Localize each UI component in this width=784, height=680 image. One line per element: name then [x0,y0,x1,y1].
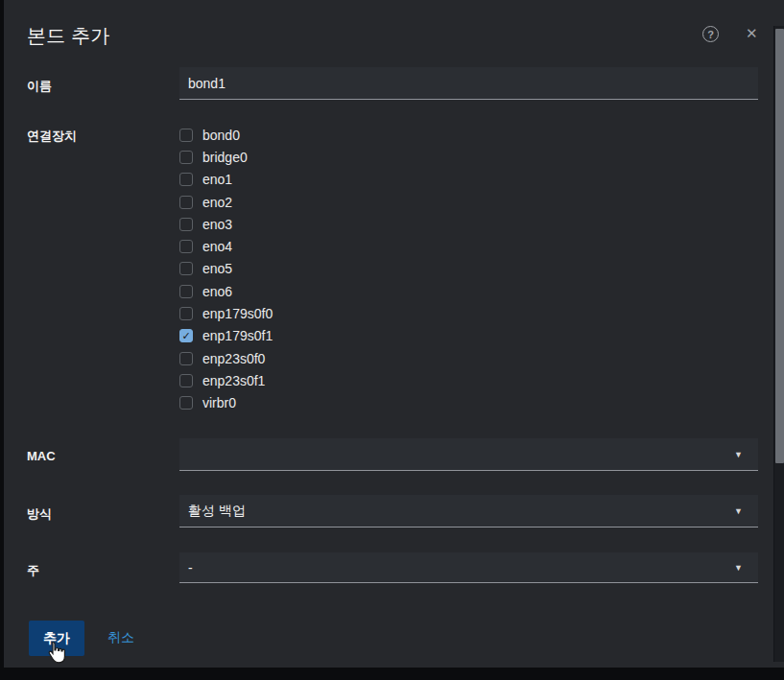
mode-select[interactable]: 활성 백업 ▼ [179,495,758,528]
dialog-title: 본드 추가 [27,23,110,49]
chevron-down-icon: ▼ [734,450,743,459]
interface-list: ✓ bond0 ✓ bridge0 ✓ eno1 ✓ eno2 ✓ eno3 ✓… [179,124,467,414]
checkbox[interactable]: ✓ [179,240,193,253]
interface-name: enp179s0f1 [202,328,273,343]
checkbox[interactable]: ✓ [179,129,193,142]
checkbox[interactable]: ✓ [179,352,193,365]
name-label: 이름 [27,78,52,95]
add-button[interactable]: 추가 [29,621,84,656]
mode-select-value: 활성 백업 [188,503,246,520]
interface-name: bridge0 [202,150,248,165]
primary-label: 주 [27,562,39,579]
interface-name: eno2 [202,195,232,210]
interface-option[interactable]: ✓ virbr0 [179,392,467,414]
mac-label: MAC [27,449,56,463]
interface-option[interactable]: ✓ eno6 [179,280,467,302]
interface-name: virbr0 [202,395,236,410]
interface-option[interactable]: ✓ bond0 [179,124,467,146]
interface-option[interactable]: ✓ enp179s0f0 [179,302,467,324]
checkbox[interactable]: ✓ [179,151,193,164]
checkbox[interactable]: ✓ [179,262,193,275]
interface-name: enp23s0f1 [202,373,265,388]
checkbox[interactable]: ✓ [179,285,193,298]
cancel-button[interactable]: 취소 [107,629,134,646]
chevron-down-icon: ▼ [734,506,743,516]
checkbox[interactable]: ✓ [179,329,193,342]
interface-option[interactable]: ✓ bridge0 [179,146,467,168]
help-icon[interactable]: ? [702,26,719,42]
chevron-down-icon: ▼ [734,563,743,573]
interfaces-label: 연결장치 [27,128,77,145]
interface-name: eno4 [202,239,232,254]
checkbox[interactable]: ✓ [179,374,193,387]
interface-name: eno6 [202,284,232,299]
interface-option[interactable]: ✓ eno2 [179,191,467,213]
checkbox[interactable]: ✓ [179,196,193,209]
interface-name: enp179s0f0 [202,306,273,321]
interface-option[interactable]: ✓ enp23s0f1 [179,369,467,391]
interface-option[interactable]: ✓ eno3 [179,213,467,235]
checkbox[interactable]: ✓ [179,307,193,320]
name-input[interactable] [179,67,758,100]
interface-option[interactable]: ✓ eno5 [179,258,467,280]
interface-name: eno5 [202,261,232,276]
interface-name: eno3 [202,217,232,232]
help-icon-glyph: ? [707,29,714,40]
scrollbar-track[interactable] [773,26,784,662]
mode-label: 방식 [27,505,52,523]
interface-option[interactable]: ✓ enp179s0f1 [179,325,467,347]
checkbox[interactable]: ✓ [179,218,193,231]
primary-select[interactable]: - ▼ [179,552,758,583]
close-icon[interactable]: ✕ [746,24,758,43]
check-icon: ✓ [181,331,190,341]
primary-select-value: - [188,560,193,575]
interface-option[interactable]: ✓ eno4 [179,235,467,257]
mac-select[interactable]: ▼ [179,438,758,471]
interface-option[interactable]: ✓ eno1 [179,169,467,191]
add-bond-dialog: 본드 추가 ? ✕ 이름 연결장치 ✓ bond0 ✓ bridge0 ✓ en… [4,0,784,668]
scrollbar-thumb[interactable] [775,29,784,463]
interface-name: bond0 [202,128,240,143]
interface-option[interactable]: ✓ enp23s0f0 [179,347,467,369]
checkbox[interactable]: ✓ [179,173,193,186]
checkbox[interactable]: ✓ [179,396,193,410]
interface-name: eno1 [202,172,232,187]
interface-name: enp23s0f0 [202,351,265,366]
